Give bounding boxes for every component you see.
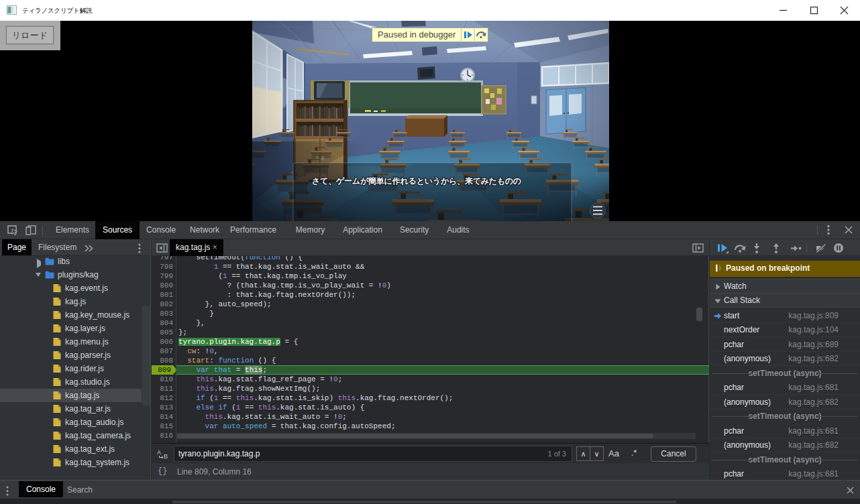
svg-text:A: A	[157, 449, 161, 456]
svg-text:B: B	[164, 453, 168, 459]
svg-text:さて、ゲームが簡単に作れるというから、来てみたものの: さて、ゲームが簡単に作れるというから、来てみたものの	[312, 176, 521, 186]
